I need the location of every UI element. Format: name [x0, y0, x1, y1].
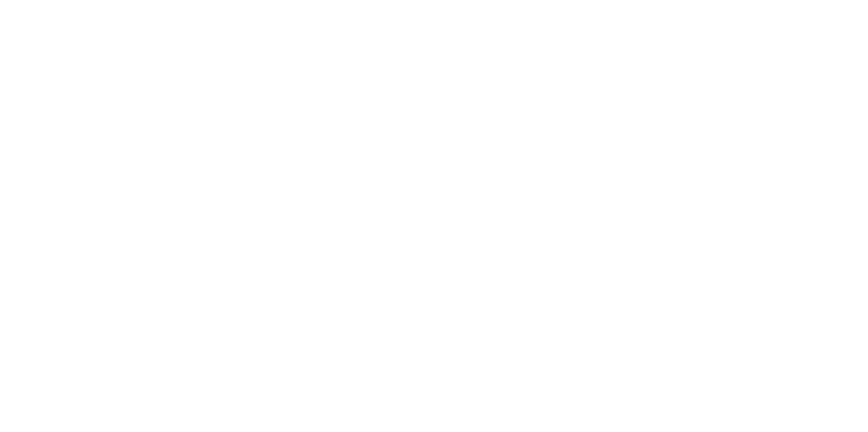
org-chart [0, 0, 868, 432]
